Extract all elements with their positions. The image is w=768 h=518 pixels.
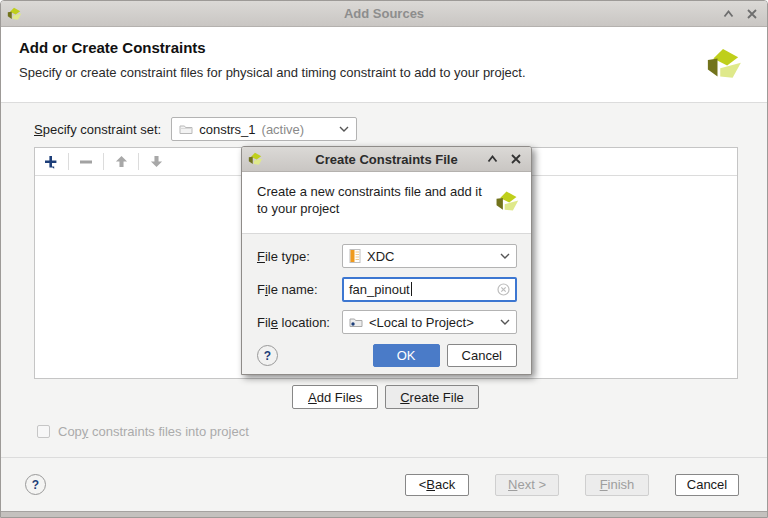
constraint-set-label: Specify constraint set: [34, 122, 161, 137]
dialog-titlebar: Create Constraints File [242, 147, 531, 172]
shade-dialog-icon[interactable] [485, 152, 499, 166]
add-file-plus-icon[interactable] [41, 152, 61, 172]
window-title: Add Sources [1, 6, 767, 21]
file-location-value: <Local to Project> [369, 315, 474, 330]
constraint-set-value: constrs_1 [199, 122, 255, 137]
wizard-header: Add or Create Constraints Specify or cre… [1, 27, 767, 103]
dialog-form: File type: XDC File name: fan_pinout [242, 234, 531, 374]
app-logo-icon [5, 5, 23, 23]
toolbar-divider [68, 153, 69, 170]
create-file-button[interactable]: Create File [385, 385, 479, 409]
copy-constraints-label: Copy constraints files into project [58, 424, 249, 439]
folder-icon [179, 123, 193, 135]
create-constraints-file-dialog: Create Constraints File Create a new con… [241, 146, 532, 375]
dialog-description: Create a new constraints file and add it… [257, 183, 489, 217]
dialog-help-button[interactable]: ? [257, 345, 278, 366]
back-button[interactable]: < Back [405, 474, 469, 496]
file-name-label: File name: [257, 282, 342, 297]
wizard-footer: ? < Back Next > Finish Cancel [1, 457, 767, 511]
add-sources-window: Add Sources Add or Create Constraints Sp… [0, 0, 768, 518]
file-type-value: XDC [367, 249, 394, 264]
vendor-logo [492, 185, 521, 218]
toolbar-divider [138, 153, 139, 170]
file-location-dropdown[interactable]: <Local to Project> [342, 310, 517, 334]
remove-file-minus-icon[interactable] [76, 152, 96, 172]
text-caret [411, 282, 412, 296]
constraint-set-dropdown[interactable]: constrs_1 (active) [171, 117, 357, 141]
finish-button: Finish [585, 474, 649, 496]
page-title: Add or Create Constraints [19, 39, 701, 56]
close-dialog-icon[interactable] [509, 152, 523, 166]
file-location-label: File location: [257, 315, 342, 330]
file-name-input[interactable]: fan_pinout [342, 277, 517, 302]
close-window-icon[interactable] [745, 7, 759, 21]
toolbar-divider [103, 153, 104, 170]
cancel-button[interactable]: Cancel [675, 474, 739, 496]
window-resize-edge[interactable] [1, 511, 767, 517]
page-subtitle: Specify or create constraint files for p… [19, 65, 701, 80]
file-name-value: fan_pinout [349, 282, 410, 297]
move-down-icon[interactable] [146, 152, 166, 172]
move-up-icon[interactable] [111, 152, 131, 172]
xdc-file-icon [349, 249, 361, 263]
shade-window-icon[interactable] [721, 7, 735, 21]
dialog-cancel-button[interactable]: Cancel [447, 344, 517, 367]
help-button[interactable]: ? [25, 474, 46, 495]
ok-button[interactable]: OK [373, 344, 440, 367]
copy-constraints-checkbox[interactable] [37, 425, 50, 438]
file-type-label: File type: [257, 249, 342, 264]
next-button: Next > [495, 474, 559, 496]
vendor-logo [701, 41, 745, 87]
window-titlebar: Add Sources [1, 1, 767, 27]
add-files-button[interactable]: Add Files [292, 385, 378, 409]
chevron-down-icon [500, 253, 510, 259]
app-logo-icon [246, 150, 264, 168]
file-type-dropdown[interactable]: XDC [342, 244, 517, 268]
clear-input-icon[interactable] [497, 283, 510, 296]
project-folder-icon [349, 316, 363, 328]
constraint-set-state: (active) [262, 122, 305, 137]
dialog-description-area: Create a new constraints file and add it… [242, 172, 531, 234]
chevron-down-icon [339, 126, 349, 132]
chevron-down-icon [500, 319, 510, 325]
